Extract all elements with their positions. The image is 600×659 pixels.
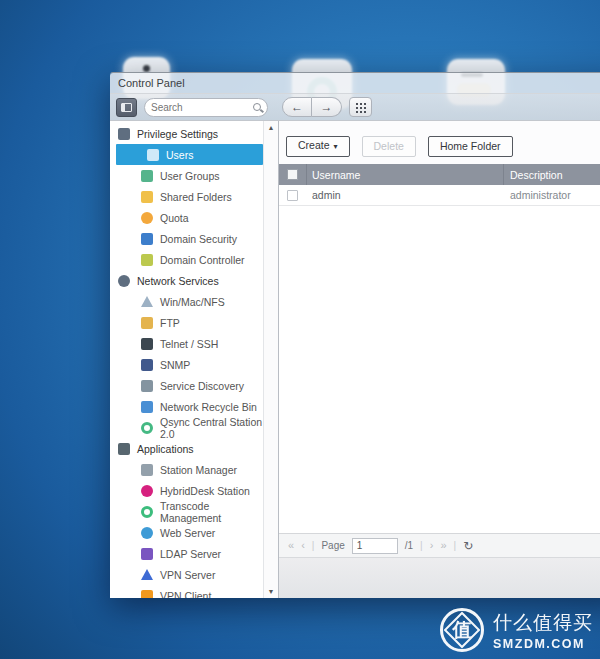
transcode-management-icon [141, 506, 153, 518]
next-page-icon[interactable]: › [430, 540, 434, 551]
control-panel-window: Control Panel ← → Privilege SettingsUser… [110, 72, 600, 598]
search-input[interactable] [151, 102, 253, 113]
sidebar-item-label: HybridDesk Station [160, 485, 250, 497]
sidebar-item-privilege-settings[interactable]: Privilege Settings [110, 123, 263, 144]
prev-page-icon[interactable]: ‹ [301, 540, 305, 551]
telnet-ssh-icon [141, 338, 153, 350]
sidebar-item-label: Win/Mac/NFS [160, 296, 225, 308]
search-box[interactable] [144, 98, 268, 117]
row-checkbox-cell [279, 190, 306, 201]
domain-security-icon [141, 233, 153, 245]
window-titlebar[interactable]: Control Panel [110, 73, 600, 94]
table-row[interactable]: adminadministrator [279, 185, 600, 206]
sidebar-item-quota[interactable]: Quota [110, 207, 263, 228]
sidebar-item-label: VPN Client [160, 590, 211, 599]
sidebar-item-user-groups[interactable]: User Groups [110, 165, 263, 186]
sidebar-item-label: LDAP Server [160, 548, 221, 560]
watermark-brand: 什么值得买 [493, 610, 593, 636]
sidebar-item-ftp[interactable]: FTP [110, 312, 263, 333]
sidebar-item-hybriddesk-station[interactable]: HybridDesk Station [110, 480, 263, 501]
sidebar-toggle-icon [121, 103, 132, 112]
sidebar-toggle-button[interactable] [116, 98, 137, 117]
home-folder-button[interactable]: Home Folder [428, 136, 513, 157]
username-cell: admin [306, 185, 503, 205]
username-column-header[interactable]: Username [306, 164, 503, 185]
desktop-icon-1-glyph [143, 65, 150, 72]
description-column-header[interactable]: Description [503, 164, 600, 185]
sidebar-item-label: Qsync Central Station 2.0 [160, 416, 263, 440]
create-button[interactable]: Create▾ [286, 136, 350, 157]
sidebar-item-web-server[interactable]: Web Server [110, 522, 263, 543]
sidebar-item-domain-security[interactable]: Domain Security [110, 228, 263, 249]
sidebar-item-network-recycle-bin[interactable]: Network Recycle Bin [110, 396, 263, 417]
sidebar-item-applications[interactable]: Applications [110, 438, 263, 459]
sidebar-item-label: Quota [160, 212, 189, 224]
users-panel: Create▾ Delete Home Folder Username Desc… [279, 121, 600, 598]
sidebar-item-label: Web Server [160, 527, 215, 539]
forward-arrow-icon: → [321, 100, 333, 114]
last-page-icon[interactable]: » [440, 540, 446, 551]
sidebar-item-qsync-central-station-2-0[interactable]: Qsync Central Station 2.0 [110, 417, 263, 438]
sidebar-item-domain-controller[interactable]: Domain Controller [110, 249, 263, 270]
sidebar-item-label: Domain Security [160, 233, 237, 245]
sidebar-item-network-services[interactable]: Network Services [110, 270, 263, 291]
sidebar-item-win-mac-nfs[interactable]: Win/Mac/NFS [110, 291, 263, 312]
sidebar-item-telnet-ssh[interactable]: Telnet / SSH [110, 333, 263, 354]
sidebar-item-ldap-server[interactable]: LDAP Server [110, 543, 263, 564]
sidebar-item-label: Shared Folders [160, 191, 232, 203]
description-cell: administrator [503, 185, 600, 205]
service-discovery-icon [141, 380, 153, 392]
apps-grid-button[interactable] [349, 97, 372, 117]
table-empty-area [279, 206, 600, 533]
sidebar-item-label: Network Recycle Bin [160, 401, 257, 413]
select-all-cell [279, 169, 306, 180]
applications-icon [118, 443, 130, 455]
ldap-server-icon [141, 548, 153, 560]
pagination-bar: « ‹ | Page /1 | › » | ↻ [279, 533, 600, 557]
window-content: Privilege SettingsUsersUser GroupsShared… [110, 121, 600, 598]
sidebar-item-vpn-server[interactable]: VPN Server [110, 564, 263, 585]
seal-character: 值 [453, 617, 472, 643]
sidebar-item-users[interactable]: Users [116, 144, 263, 165]
hybriddesk-station-icon [141, 485, 153, 497]
watermark-text: 什么值得买 SMZDM.COM [493, 610, 593, 651]
first-page-icon[interactable]: « [288, 540, 294, 551]
row-checkbox[interactable] [287, 190, 298, 201]
refresh-icon[interactable]: ↻ [463, 540, 473, 552]
sidebar-item-transcode-management[interactable]: Transcode Management [110, 501, 263, 522]
network-services-icon [118, 275, 130, 287]
sidebar-item-station-manager[interactable]: Station Manager [110, 459, 263, 480]
station-manager-icon [141, 464, 153, 476]
sidebar-item-label: Privilege Settings [137, 128, 218, 140]
scroll-down-icon[interactable]: ▼ [264, 588, 278, 595]
sidebar-item-label: FTP [160, 317, 180, 329]
privilege-settings-icon [118, 128, 130, 140]
select-all-checkbox[interactable] [287, 169, 298, 180]
page-number-input[interactable] [352, 538, 398, 554]
sidebar-item-snmp[interactable]: SNMP [110, 354, 263, 375]
snmp-icon [141, 359, 153, 371]
sidebar-item-label: Network Services [137, 275, 219, 287]
sidebar-scrollbar[interactable]: ▲ ▼ [263, 121, 278, 598]
sidebar-item-label: User Groups [160, 170, 220, 182]
sidebar-item-vpn-client[interactable]: VPN Client [110, 585, 263, 598]
sidebar-item-label: Transcode Management [160, 500, 263, 524]
sidebar-item-service-discovery[interactable]: Service Discovery [110, 375, 263, 396]
network-recycle-bin-icon [141, 401, 153, 413]
apps-grid-icon [355, 102, 366, 113]
back-button[interactable]: ← [282, 97, 312, 117]
scroll-up-icon[interactable]: ▲ [264, 124, 278, 131]
window-toolbar: ← → [110, 94, 600, 121]
web-server-icon [141, 527, 153, 539]
ftp-icon [141, 317, 153, 329]
quota-icon [141, 212, 153, 224]
shared-folders-icon [141, 191, 153, 203]
sidebar-item-shared-folders[interactable]: Shared Folders [110, 186, 263, 207]
page-total: /1 [405, 540, 413, 551]
sidebar-item-label: Service Discovery [160, 380, 244, 392]
vpn-server-icon [141, 569, 153, 581]
smzdm-watermark: 值 什么值得买 SMZDM.COM [440, 608, 593, 652]
forward-button[interactable]: → [312, 97, 342, 117]
delete-button[interactable]: Delete [362, 136, 416, 157]
sidebar-item-label: Domain Controller [160, 254, 245, 266]
